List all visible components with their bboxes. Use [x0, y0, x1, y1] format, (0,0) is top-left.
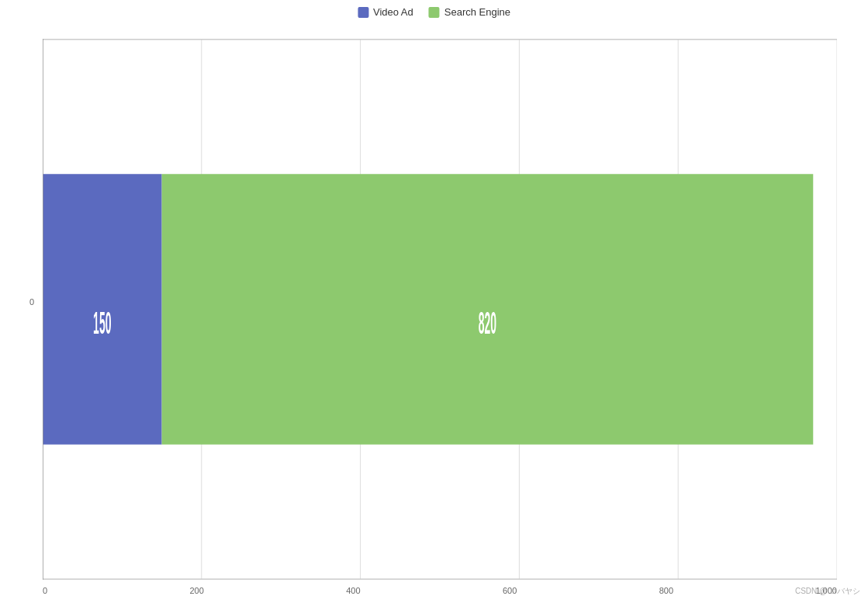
x-axis: 0 200 400 600 800 1,000 — [43, 586, 837, 595]
x-tick-0: 0 — [43, 586, 47, 595]
chart-svg: 150 820 — [43, 39, 837, 580]
svg-text:150: 150 — [93, 304, 111, 339]
y-axis-label: 0 — [29, 297, 34, 307]
legend-label-search-engine: Search Engine — [444, 6, 510, 18]
chart-container: Video Ad Search Engine 150 820 0 0 — [0, 0, 868, 603]
x-tick-600: 600 — [503, 586, 517, 595]
legend-item-video-ad: Video Ad — [358, 6, 413, 18]
x-tick-200: 200 — [190, 586, 204, 595]
chart-legend: Video Ad Search Engine — [358, 6, 510, 18]
legend-label-video-ad: Video Ad — [373, 6, 413, 18]
x-tick-800: 800 — [659, 586, 673, 595]
legend-color-video-ad — [358, 7, 368, 18]
legend-item-search-engine: Search Engine — [429, 6, 510, 18]
svg-text:820: 820 — [479, 304, 496, 339]
x-tick-400: 400 — [346, 586, 360, 595]
watermark: CSDN @ コバヤシ — [795, 586, 860, 597]
legend-color-search-engine — [429, 7, 440, 18]
